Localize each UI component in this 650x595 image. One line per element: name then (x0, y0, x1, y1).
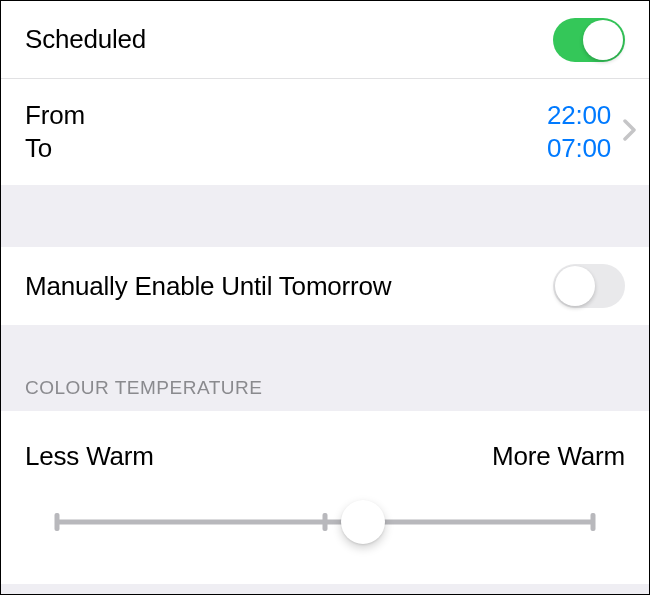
section-title: COLOUR TEMPERATURE (25, 377, 262, 399)
temperature-slider[interactable] (57, 500, 593, 544)
schedule-times-row[interactable]: From To 22:00 07:00 (1, 79, 649, 185)
section-gap (1, 185, 649, 247)
to-label: To (25, 133, 85, 164)
less-warm-label: Less Warm (25, 441, 154, 472)
manual-enable-label: Manually Enable Until Tomorrow (25, 271, 391, 302)
temperature-slider-thumb[interactable] (341, 500, 385, 544)
scheduled-row: Scheduled (1, 1, 649, 79)
to-time-value: 07:00 (547, 133, 611, 164)
from-label: From (25, 100, 85, 131)
manual-enable-row: Manually Enable Until Tomorrow (1, 247, 649, 325)
scheduled-toggle[interactable] (553, 18, 625, 62)
manual-enable-toggle[interactable] (553, 264, 625, 308)
colour-temperature-row: Less Warm More Warm (1, 411, 649, 584)
chevron-right-icon (623, 119, 637, 145)
scheduled-label: Scheduled (25, 24, 146, 55)
colour-temperature-header: COLOUR TEMPERATURE (1, 325, 649, 411)
more-warm-label: More Warm (492, 441, 625, 472)
from-time-value: 22:00 (547, 100, 611, 131)
